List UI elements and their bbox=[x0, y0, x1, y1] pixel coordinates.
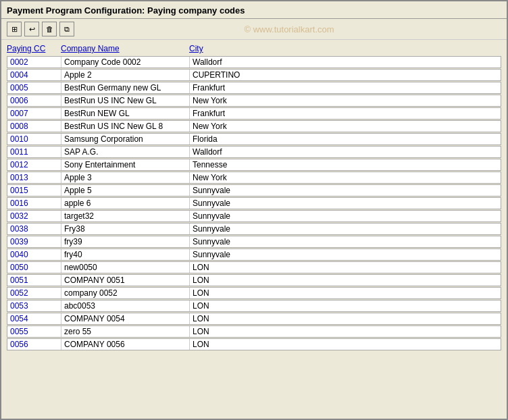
table-row[interactable]: 0010Samsung CorporationFlorida bbox=[7, 133, 501, 145]
cell-paying-cc: 0012 bbox=[7, 159, 61, 170]
table-row[interactable]: 0011SAP A.G.Walldorf bbox=[7, 146, 501, 158]
cell-paying-cc: 0038 bbox=[7, 224, 61, 234]
table-row[interactable]: 0051COMPANY 0051LON bbox=[7, 274, 501, 286]
cell-paying-cc: 0051 bbox=[7, 275, 61, 286]
table-row[interactable]: 0055zero 55LON bbox=[7, 325, 501, 338]
back-button[interactable]: ↩ bbox=[24, 22, 39, 36]
cell-company-name: apple 6 bbox=[61, 198, 190, 209]
cell-paying-cc: 0039 bbox=[7, 236, 61, 247]
col-header-city[interactable]: City bbox=[189, 44, 311, 53]
table-row[interactable]: 0002Company Code 0002Walldorf bbox=[7, 56, 501, 68]
select-all-icon: ⊞ bbox=[11, 25, 18, 34]
col-header-company-name[interactable]: Company Name bbox=[61, 44, 189, 53]
cell-city: New York bbox=[190, 172, 311, 183]
title-bar: Payment Program Configuration: Paying co… bbox=[1, 1, 507, 19]
cell-city: Sunnyvale bbox=[190, 224, 311, 234]
cell-company-name: Apple 3 bbox=[61, 172, 190, 183]
cell-paying-cc: 0056 bbox=[7, 339, 61, 350]
cell-city: Sunnyvale bbox=[190, 211, 311, 221]
table-row[interactable]: 0032target32Sunnyvale bbox=[7, 210, 501, 222]
table-row[interactable]: 0038Fry38Sunnyvale bbox=[7, 223, 501, 235]
cell-paying-cc: 0011 bbox=[7, 147, 61, 157]
column-headers: Paying CC Company Name City bbox=[7, 43, 501, 55]
table-row[interactable]: 0008BestRun US INC New GL 8New York bbox=[7, 120, 501, 132]
cell-city: Sunnyvale bbox=[190, 236, 311, 247]
cell-paying-cc: 0053 bbox=[7, 300, 61, 311]
table-row[interactable]: 0052company 0052LON bbox=[7, 287, 501, 299]
table-row[interactable]: 0012Sony EntertainmentTennesse bbox=[7, 159, 501, 171]
cell-city: Sunnyvale bbox=[190, 198, 311, 209]
cell-paying-cc: 0013 bbox=[7, 172, 61, 183]
table-row[interactable]: 0053abc0053LON bbox=[7, 300, 501, 312]
cell-city: CUPERTINO bbox=[190, 70, 311, 80]
cell-paying-cc: 0015 bbox=[7, 185, 61, 196]
cell-company-name: Samsung Corporation bbox=[61, 134, 190, 145]
cell-city: LON bbox=[190, 300, 311, 311]
cell-city: Walldorf bbox=[190, 57, 311, 68]
cell-paying-cc: 0040 bbox=[7, 249, 61, 260]
cell-paying-cc: 0052 bbox=[7, 288, 61, 298]
cell-paying-cc: 0004 bbox=[7, 70, 61, 80]
cell-city: New York bbox=[190, 95, 311, 106]
cell-company-name: fry40 bbox=[61, 249, 190, 260]
cell-paying-cc: 0055 bbox=[7, 326, 61, 337]
cell-city: Sunnyvale bbox=[190, 249, 311, 260]
cell-company-name: BestRun US INC New GL 8 bbox=[61, 121, 190, 132]
cell-company-name: BestRun NEW GL bbox=[61, 108, 190, 119]
cell-company-name: Apple 2 bbox=[61, 70, 190, 80]
cell-company-name: COMPANY 0051 bbox=[61, 275, 190, 286]
table-row[interactable]: 0039fry39Sunnyvale bbox=[7, 236, 501, 248]
cell-paying-cc: 0054 bbox=[7, 313, 61, 324]
cell-company-name: SAP A.G. bbox=[61, 147, 190, 157]
select-all-button[interactable]: ⊞ bbox=[7, 22, 22, 36]
table-row[interactable]: 0054COMPANY 0054LON bbox=[7, 313, 501, 325]
table-row[interactable]: 0005BestRun Germany new GLFrankfurt bbox=[7, 82, 501, 94]
cell-company-name: Sony Entertainment bbox=[61, 159, 190, 170]
cell-city: LON bbox=[190, 313, 311, 324]
cell-city: Florida bbox=[190, 134, 311, 145]
cell-company-name: COMPANY 0054 bbox=[61, 313, 190, 324]
table-row[interactable]: 0015Apple 5Sunnyvale bbox=[7, 184, 501, 196]
cell-city: Walldorf bbox=[190, 147, 311, 157]
cell-city: Frankfurt bbox=[190, 82, 311, 93]
cell-company-name: Company Code 0002 bbox=[61, 57, 190, 68]
table-row[interactable]: 0006BestRun US INC New GLNew York bbox=[7, 95, 501, 107]
copy-icon: ⧉ bbox=[64, 25, 70, 34]
watermark: © www.tutorialkart.com bbox=[77, 24, 501, 34]
cell-company-name: fry39 bbox=[61, 236, 190, 247]
table-row[interactable]: 0056COMPANY 0056LON bbox=[7, 338, 501, 350]
cell-paying-cc: 0050 bbox=[7, 262, 61, 273]
copy-button[interactable]: ⧉ bbox=[59, 22, 74, 36]
cell-city: LON bbox=[190, 339, 311, 350]
table-row[interactable]: 0013Apple 3New York bbox=[7, 172, 501, 184]
cell-paying-cc: 0006 bbox=[7, 95, 61, 106]
delete-button[interactable]: 🗑 bbox=[42, 22, 57, 36]
delete-icon: 🗑 bbox=[46, 25, 53, 33]
cell-company-name: BestRun US INC New GL bbox=[61, 95, 190, 106]
cell-paying-cc: 0032 bbox=[7, 211, 61, 221]
cell-company-name: new0050 bbox=[61, 262, 190, 273]
table-row[interactable]: 0050new0050LON bbox=[7, 261, 501, 273]
cell-paying-cc: 0008 bbox=[7, 121, 61, 132]
col-header-paying-cc[interactable]: Paying CC bbox=[7, 44, 61, 53]
cell-city: Frankfurt bbox=[190, 108, 311, 119]
cell-city: LON bbox=[190, 326, 311, 337]
table-row[interactable]: 0040fry40Sunnyvale bbox=[7, 248, 501, 261]
cell-company-name: target32 bbox=[61, 211, 190, 221]
cell-company-name: abc0053 bbox=[61, 300, 190, 311]
cell-city: LON bbox=[190, 275, 311, 286]
data-table: Paying CC Company Name City 0002Company … bbox=[7, 43, 501, 350]
cell-paying-cc: 0007 bbox=[7, 108, 61, 119]
table-row[interactable]: 0016apple 6Sunnyvale bbox=[7, 197, 501, 209]
cell-company-name: company 0052 bbox=[61, 288, 190, 298]
cell-paying-cc: 0016 bbox=[7, 198, 61, 209]
back-icon: ↩ bbox=[29, 25, 35, 34]
cell-paying-cc: 0005 bbox=[7, 82, 61, 93]
cell-company-name: Fry38 bbox=[61, 224, 190, 234]
cell-city: Tennesse bbox=[190, 159, 311, 170]
table-row[interactable]: 0007BestRun NEW GLFrankfurt bbox=[7, 107, 501, 120]
cell-paying-cc: 0010 bbox=[7, 134, 61, 145]
main-window: Payment Program Configuration: Paying co… bbox=[0, 0, 508, 420]
cell-company-name: Apple 5 bbox=[61, 185, 190, 196]
table-row[interactable]: 0004Apple 2CUPERTINO bbox=[7, 69, 501, 81]
